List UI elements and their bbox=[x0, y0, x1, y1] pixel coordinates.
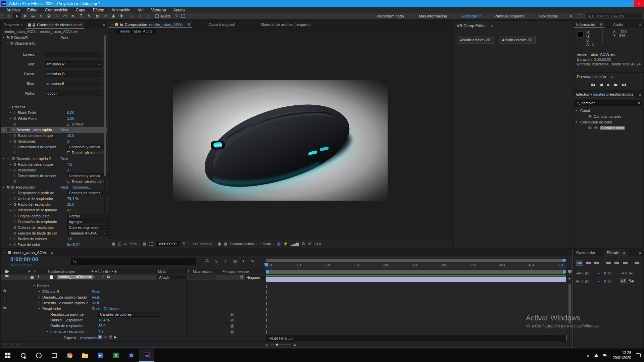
fx-badge[interactable] bbox=[3, 301, 7, 304]
effect-property-row[interactable]: fx ◷ Fase de color 0x+0,0° 0x+0,0° ⌄ 0x+… bbox=[1, 242, 107, 247]
tab-overflow-icon[interactable]: » bbox=[639, 250, 643, 255]
effect-property-row[interactable]: fx ◷ Radio de desenfoque 7,0 7,0 ⌄ 7,0 bbox=[1, 161, 107, 167]
layer-source-name[interactable]: render_....AOVs.exr bbox=[57, 275, 93, 279]
property-dropdown[interactable]: Canales de colores ⌄ bbox=[67, 191, 107, 195]
volume-icon[interactable] bbox=[603, 353, 608, 357]
stopwatch-icon[interactable]: ◷ bbox=[13, 145, 16, 149]
close-tab-icon[interactable]: × bbox=[20, 23, 22, 27]
effect-property-row[interactable]: fx ◷ White Point 1,00 1,00 ⌄ 1,00 bbox=[1, 115, 107, 121]
menu-item[interactable]: Editar bbox=[23, 8, 41, 12]
effect-property-row[interactable]: fx ◷ Repetir píxeles del b Repetir píxel… bbox=[1, 178, 107, 184]
twirl-icon[interactable] bbox=[10, 197, 13, 200]
scrollbar[interactable] bbox=[104, 35, 106, 223]
pickwhip-icon[interactable]: @ bbox=[230, 312, 234, 316]
collapse-icon[interactable]: ⊕ bbox=[92, 275, 95, 279]
tab-footage[interactable]: Material de archivo (ninguno) bbox=[258, 21, 313, 28]
zoom-tool[interactable]: ◎ bbox=[29, 13, 37, 19]
property-checkbox[interactable] bbox=[67, 123, 70, 126]
effect-property-row[interactable]: fx ◷ Operación de resplando Agregar Agre… bbox=[1, 219, 107, 224]
photos-app-icon[interactable] bbox=[123, 349, 139, 362]
tab-overflow-icon[interactable]: » bbox=[639, 92, 643, 97]
draft-3d-icon[interactable]: ◇ bbox=[215, 259, 218, 263]
twirl-icon[interactable] bbox=[33, 284, 37, 287]
effect-property-row[interactable]: fx ◷ Original compuesto Detrás Detrás ⌄ … bbox=[1, 213, 107, 219]
justify-all-button[interactable] bbox=[634, 260, 641, 266]
tab-project[interactable]: Proyecto × bbox=[1, 21, 25, 29]
stopwatch-icon[interactable]: ◷ bbox=[13, 243, 16, 246]
expression-graph-icon[interactable]: ∿ bbox=[104, 335, 107, 339]
reset-link[interactable]: Rest. bbox=[92, 301, 100, 305]
stopwatch-icon[interactable]: ◷ bbox=[13, 214, 16, 218]
ltr-direction-button[interactable]: ▶¶ bbox=[620, 278, 627, 283]
composition-flowchart-icon[interactable]: ⁂ bbox=[205, 259, 209, 263]
frame-blending-icon[interactable]: ▥ bbox=[233, 259, 237, 263]
twirl-icon[interactable] bbox=[39, 307, 42, 310]
stopwatch-icon[interactable]: ◷ bbox=[13, 231, 16, 235]
play-button[interactable]: ▶ bbox=[607, 83, 610, 87]
graph-editor-icon[interactable]: ∿ bbox=[251, 259, 254, 263]
effect-property-row[interactable]: fx ◷ Resplandor a partir de Canales de c… bbox=[1, 190, 107, 196]
eraser-tool[interactable]: ▱ bbox=[101, 13, 109, 19]
reset-exposure-icon[interactable]: ↺ bbox=[308, 242, 311, 246]
twirl-icon[interactable] bbox=[576, 120, 579, 123]
effect-property-row[interactable]: fx ◷ Bucles de colores 1,0 1,0 ⌄ 1,0 bbox=[1, 236, 107, 242]
timeline-track-area[interactable]: 0s05s10s15s20s25s30s35s40s45s50s wiggle(… bbox=[265, 256, 567, 342]
movies-app-icon[interactable]: ▶ bbox=[93, 349, 108, 362]
effects-list-row[interactable]: 32 fx Cambiar color bbox=[574, 125, 643, 131]
effect-enable-box[interactable] bbox=[7, 157, 10, 160]
stopwatch-icon[interactable]: ◷ bbox=[13, 237, 16, 241]
effect-property-row[interactable]: fx ◷ Red: emission.R emission.R ⌄ emissi… bbox=[1, 59, 107, 69]
property-value[interactable]: 1,0 bbox=[67, 237, 72, 241]
t-column[interactable]: T bbox=[188, 270, 190, 273]
property-value[interactable]: 35,0 bbox=[67, 202, 74, 206]
layer-duration-bar[interactable] bbox=[266, 277, 566, 282]
property-value[interactable]: 35,0 bbox=[98, 324, 105, 328]
type-tool[interactable]: T bbox=[77, 13, 85, 19]
property-checkbox[interactable] bbox=[67, 151, 70, 154]
property-value[interactable]: 78,4 % bbox=[98, 318, 110, 322]
add-2d-edit-button[interactable]: Añadir edición 2D bbox=[457, 36, 494, 44]
menu-item[interactable]: Ventana bbox=[148, 8, 170, 12]
layer-color-swatch[interactable] bbox=[31, 276, 34, 279]
twirl-icon[interactable] bbox=[39, 301, 42, 304]
effect-property-row[interactable]: fx ◷ Radio de desenfoque 10,0 10,0 ⌄ 10,… bbox=[1, 133, 107, 139]
stopwatch-icon[interactable]: ◷ bbox=[13, 163, 16, 166]
tab-overflow-icon[interactable]: » bbox=[103, 22, 107, 27]
property-value[interactable]: 3 bbox=[67, 139, 69, 143]
twirl-icon[interactable] bbox=[10, 163, 13, 166]
hidden-icons-button[interactable]: ∧ bbox=[587, 353, 589, 358]
tab-effect-controls[interactable]: Controles de efectos rend bbox=[25, 21, 85, 29]
exposure-offset[interactable]: +0,0 bbox=[314, 242, 321, 246]
stopwatch-icon[interactable]: ◷ bbox=[13, 174, 16, 177]
hand-tool[interactable]: ✥ bbox=[21, 13, 29, 19]
stopwatch-icon[interactable]: ◷ bbox=[13, 134, 16, 137]
workspace-default[interactable]: Predeterminado bbox=[369, 14, 411, 18]
mode-column[interactable]: Modo bbox=[158, 270, 166, 273]
twirl-icon[interactable] bbox=[3, 128, 7, 132]
workspace-overflow-icon[interactable]: » bbox=[565, 14, 577, 18]
effect-property-row[interactable]: fx ◷ Desenfo...adro rápido Rest. ⌄ bbox=[1, 127, 107, 133]
tab-paragraph[interactable]: Párrafo ≡ bbox=[604, 249, 628, 256]
marker-bin-icon[interactable] bbox=[568, 270, 572, 274]
property-value[interactable]: 1,00 bbox=[67, 116, 74, 120]
effects-panel-title[interactable]: Efectos y ajustes preestablecidos bbox=[574, 91, 635, 98]
zoom-slider-knob[interactable] bbox=[276, 344, 278, 346]
stopwatch-icon[interactable]: ◷ bbox=[13, 168, 16, 172]
help-search[interactable] bbox=[586, 13, 642, 18]
shape-tool[interactable]: ▭ bbox=[61, 13, 69, 19]
system-clock[interactable]: 12:25 20/01/2020 bbox=[613, 350, 631, 360]
zoom-out-mountain-icon[interactable]: ▲ bbox=[265, 343, 268, 346]
clone-stamp-tool[interactable]: ◘ bbox=[93, 13, 101, 19]
eye-icon[interactable] bbox=[5, 275, 9, 277]
property-dropdown[interactable]: Colores originales ⌄ bbox=[67, 225, 107, 230]
indent-left-field[interactable]: →|≡0px bbox=[576, 271, 598, 275]
expand-in-out-icon[interactable] bbox=[16, 343, 20, 347]
property-value[interactable]: 3 bbox=[67, 168, 69, 172]
fx-badge[interactable] bbox=[3, 295, 7, 299]
property-dropdown[interactable]: (copy) ⌄ bbox=[45, 91, 102, 96]
effect-property-row[interactable]: fx ◷ Radio de resplandor 35,0 35,0 ⌄ 35,… bbox=[1, 202, 107, 207]
expand-transfer-controls-icon[interactable] bbox=[9, 343, 14, 347]
excel-icon[interactable]: 3 bbox=[108, 349, 123, 362]
reset-link[interactable]: Rest. bbox=[92, 290, 100, 294]
workspace-more-info[interactable]: Más información bbox=[411, 14, 454, 18]
